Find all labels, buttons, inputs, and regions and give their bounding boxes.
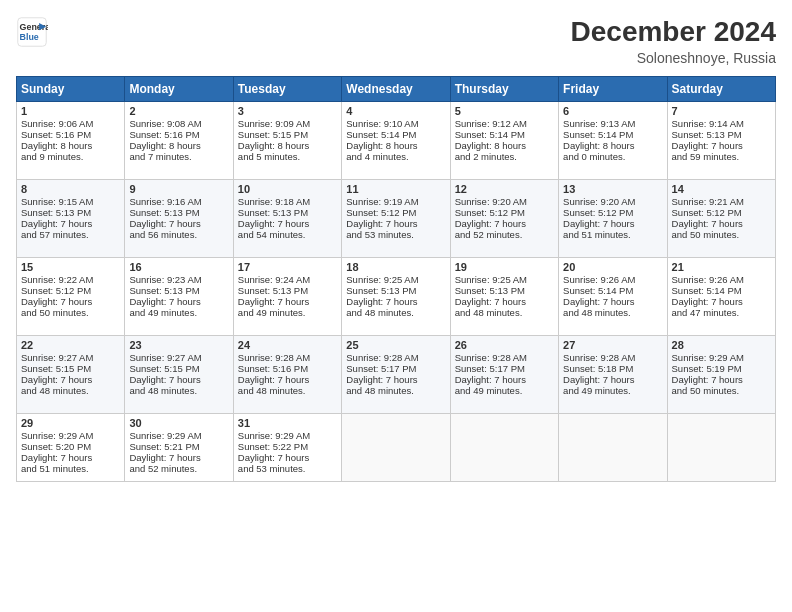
day-info: and 50 minutes. xyxy=(672,229,771,240)
day-info: Sunset: 5:15 PM xyxy=(238,129,337,140)
day-info: Sunrise: 9:10 AM xyxy=(346,118,445,129)
day-info: Sunset: 5:15 PM xyxy=(21,363,120,374)
calendar-cell: 6Sunrise: 9:13 AMSunset: 5:14 PMDaylight… xyxy=(559,102,667,180)
day-header-tuesday: Tuesday xyxy=(233,77,341,102)
day-info: Sunrise: 9:23 AM xyxy=(129,274,228,285)
day-info: Daylight: 7 hours xyxy=(21,452,120,463)
day-info: Sunset: 5:14 PM xyxy=(672,285,771,296)
day-info: Sunrise: 9:20 AM xyxy=(563,196,662,207)
calendar-cell: 21Sunrise: 9:26 AMSunset: 5:14 PMDayligh… xyxy=(667,258,775,336)
day-info: Sunrise: 9:25 AM xyxy=(346,274,445,285)
calendar-cell xyxy=(559,414,667,482)
day-header-saturday: Saturday xyxy=(667,77,775,102)
calendar-cell: 8Sunrise: 9:15 AMSunset: 5:13 PMDaylight… xyxy=(17,180,125,258)
day-info: Sunrise: 9:14 AM xyxy=(672,118,771,129)
day-info: and 59 minutes. xyxy=(672,151,771,162)
calendar-cell: 18Sunrise: 9:25 AMSunset: 5:13 PMDayligh… xyxy=(342,258,450,336)
day-info: Sunset: 5:16 PM xyxy=(238,363,337,374)
day-header-monday: Monday xyxy=(125,77,233,102)
day-info: and 50 minutes. xyxy=(672,385,771,396)
calendar-cell: 16Sunrise: 9:23 AMSunset: 5:13 PMDayligh… xyxy=(125,258,233,336)
calendar-cell: 11Sunrise: 9:19 AMSunset: 5:12 PMDayligh… xyxy=(342,180,450,258)
day-header-friday: Friday xyxy=(559,77,667,102)
calendar-cell: 22Sunrise: 9:27 AMSunset: 5:15 PMDayligh… xyxy=(17,336,125,414)
day-info: Daylight: 7 hours xyxy=(129,452,228,463)
day-info: Sunrise: 9:28 AM xyxy=(346,352,445,363)
day-info: Sunrise: 9:16 AM xyxy=(129,196,228,207)
day-info: Sunrise: 9:28 AM xyxy=(455,352,554,363)
day-info: Sunrise: 9:19 AM xyxy=(346,196,445,207)
calendar-body: 1Sunrise: 9:06 AMSunset: 5:16 PMDaylight… xyxy=(17,102,776,482)
day-info: and 53 minutes. xyxy=(238,463,337,474)
day-info: Sunset: 5:14 PM xyxy=(346,129,445,140)
day-number: 19 xyxy=(455,261,554,273)
day-info: Sunset: 5:14 PM xyxy=(563,129,662,140)
day-info: and 48 minutes. xyxy=(346,385,445,396)
month-title: December 2024 xyxy=(571,16,776,48)
day-info: Daylight: 7 hours xyxy=(21,296,120,307)
day-info: Daylight: 8 hours xyxy=(21,140,120,151)
calendar-header-row: SundayMondayTuesdayWednesdayThursdayFrid… xyxy=(17,77,776,102)
week-row-3: 15Sunrise: 9:22 AMSunset: 5:12 PMDayligh… xyxy=(17,258,776,336)
day-info: Sunset: 5:12 PM xyxy=(455,207,554,218)
day-number: 12 xyxy=(455,183,554,195)
day-info: and 50 minutes. xyxy=(21,307,120,318)
calendar-cell: 5Sunrise: 9:12 AMSunset: 5:14 PMDaylight… xyxy=(450,102,558,180)
day-info: Daylight: 7 hours xyxy=(346,374,445,385)
day-info: Sunset: 5:18 PM xyxy=(563,363,662,374)
day-info: Sunset: 5:21 PM xyxy=(129,441,228,452)
day-info: Sunset: 5:17 PM xyxy=(346,363,445,374)
day-number: 25 xyxy=(346,339,445,351)
day-info: Daylight: 7 hours xyxy=(129,296,228,307)
day-info: Sunrise: 9:06 AM xyxy=(21,118,120,129)
day-number: 30 xyxy=(129,417,228,429)
calendar-cell: 23Sunrise: 9:27 AMSunset: 5:15 PMDayligh… xyxy=(125,336,233,414)
day-info: Sunrise: 9:26 AM xyxy=(563,274,662,285)
day-info: Daylight: 7 hours xyxy=(238,218,337,229)
calendar-cell: 20Sunrise: 9:26 AMSunset: 5:14 PMDayligh… xyxy=(559,258,667,336)
day-info: and 56 minutes. xyxy=(129,229,228,240)
day-number: 2 xyxy=(129,105,228,117)
day-info: and 7 minutes. xyxy=(129,151,228,162)
day-info: Sunset: 5:13 PM xyxy=(672,129,771,140)
day-info: Sunrise: 9:25 AM xyxy=(455,274,554,285)
day-info: and 5 minutes. xyxy=(238,151,337,162)
day-info: and 51 minutes. xyxy=(21,463,120,474)
day-info: Sunset: 5:20 PM xyxy=(21,441,120,452)
day-number: 24 xyxy=(238,339,337,351)
day-info: Sunset: 5:13 PM xyxy=(21,207,120,218)
day-info: Daylight: 7 hours xyxy=(238,296,337,307)
day-info: Sunrise: 9:29 AM xyxy=(129,430,228,441)
day-number: 31 xyxy=(238,417,337,429)
calendar-cell: 15Sunrise: 9:22 AMSunset: 5:12 PMDayligh… xyxy=(17,258,125,336)
day-info: Sunrise: 9:20 AM xyxy=(455,196,554,207)
day-info: Daylight: 7 hours xyxy=(238,452,337,463)
subtitle: Soloneshnoye, Russia xyxy=(571,50,776,66)
calendar-cell: 25Sunrise: 9:28 AMSunset: 5:17 PMDayligh… xyxy=(342,336,450,414)
day-number: 4 xyxy=(346,105,445,117)
day-header-sunday: Sunday xyxy=(17,77,125,102)
calendar-cell: 14Sunrise: 9:21 AMSunset: 5:12 PMDayligh… xyxy=(667,180,775,258)
day-info: Daylight: 7 hours xyxy=(672,140,771,151)
logo: General Blue xyxy=(16,16,48,48)
day-info: and 49 minutes. xyxy=(455,385,554,396)
day-info: Sunrise: 9:08 AM xyxy=(129,118,228,129)
day-info: and 54 minutes. xyxy=(238,229,337,240)
day-info: Daylight: 7 hours xyxy=(672,296,771,307)
week-row-4: 22Sunrise: 9:27 AMSunset: 5:15 PMDayligh… xyxy=(17,336,776,414)
day-info: Daylight: 7 hours xyxy=(672,218,771,229)
day-info: Sunset: 5:14 PM xyxy=(563,285,662,296)
day-info: Sunset: 5:13 PM xyxy=(346,285,445,296)
day-info: Sunset: 5:22 PM xyxy=(238,441,337,452)
title-area: December 2024 Soloneshnoye, Russia xyxy=(571,16,776,66)
day-number: 13 xyxy=(563,183,662,195)
day-header-wednesday: Wednesday xyxy=(342,77,450,102)
day-number: 21 xyxy=(672,261,771,273)
calendar-cell: 10Sunrise: 9:18 AMSunset: 5:13 PMDayligh… xyxy=(233,180,341,258)
day-info: and 48 minutes. xyxy=(238,385,337,396)
day-info: and 48 minutes. xyxy=(21,385,120,396)
day-number: 1 xyxy=(21,105,120,117)
day-info: Sunrise: 9:21 AM xyxy=(672,196,771,207)
calendar-cell: 3Sunrise: 9:09 AMSunset: 5:15 PMDaylight… xyxy=(233,102,341,180)
day-info: Sunset: 5:16 PM xyxy=(129,129,228,140)
